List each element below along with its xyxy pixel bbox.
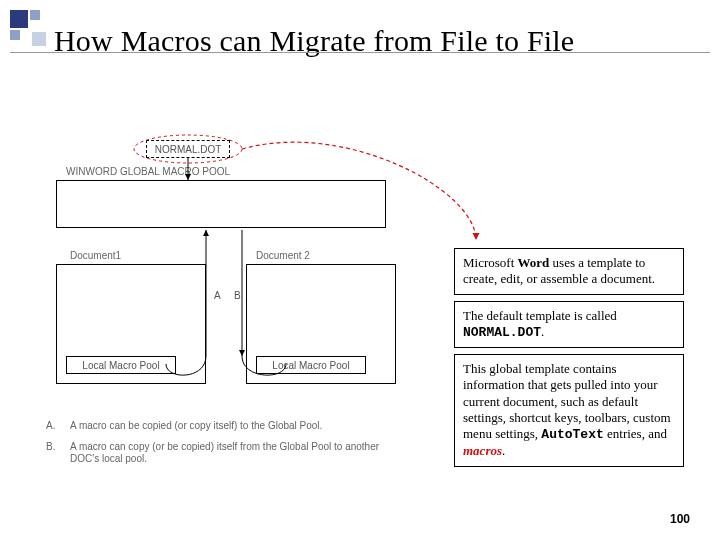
callout-3-autotext: AutoText — [541, 427, 603, 442]
slide-title: How Macros can Migrate from File to File — [54, 24, 684, 59]
callout-1-pre: Microsoft — [463, 255, 518, 270]
callout-2-pre: The default template is called — [463, 308, 617, 323]
callout-2: The default template is called NORMAL.DO… — [454, 301, 684, 349]
slide: How Macros can Migrate from File to File… — [0, 0, 720, 540]
global-pool-label: WINWORD GLOBAL MACRO POOL — [66, 166, 230, 177]
global-macro-pool-box — [56, 180, 386, 228]
note-a-tag: A. — [46, 420, 60, 433]
corner-decoration — [10, 10, 50, 50]
callout-2-normaldot: NORMAL.DOT — [463, 325, 541, 340]
callout-1-word: Word — [518, 255, 550, 270]
note-b-tag: B. — [46, 441, 60, 466]
doc1-label: Document1 — [70, 250, 121, 261]
divider — [10, 52, 710, 53]
normal-dot-box: NORMAL.DOT — [146, 140, 230, 158]
callout-3-mid: entries, and — [604, 426, 667, 441]
arrow-a-label: A — [214, 290, 221, 301]
callout-1: Microsoft Word uses a template to create… — [454, 248, 684, 295]
note-a-text: A macro can be copied (or copy itself) t… — [70, 420, 386, 433]
doc2-label: Document 2 — [256, 250, 310, 261]
note-a: A. A macro can be copied (or copy itself… — [46, 420, 386, 433]
macro-migration-diagram: NORMAL.DOT WINWORD GLOBAL MACRO POOL Doc… — [46, 140, 416, 500]
diagram-notes: A. A macro can be copied (or copy itself… — [46, 420, 386, 474]
page-number: 100 — [670, 512, 690, 526]
callout-2-post: . — [541, 324, 544, 339]
callout-3-macros: macros — [463, 443, 502, 458]
callout-3-post: . — [502, 443, 505, 458]
arrow-b-label: B — [234, 290, 241, 301]
note-b: B. A macro can copy (or be copied) itsel… — [46, 441, 386, 466]
content-area: NORMAL.DOT WINWORD GLOBAL MACRO POOL Doc… — [46, 140, 684, 510]
local-pool-2-box: Local Macro Pool — [256, 356, 366, 374]
callout-3: This global template contains informatio… — [454, 354, 684, 467]
note-b-text: A macro can copy (or be copied) itself f… — [70, 441, 386, 466]
local-pool-1-box: Local Macro Pool — [66, 356, 176, 374]
callout-stack: Microsoft Word uses a template to create… — [454, 248, 684, 473]
